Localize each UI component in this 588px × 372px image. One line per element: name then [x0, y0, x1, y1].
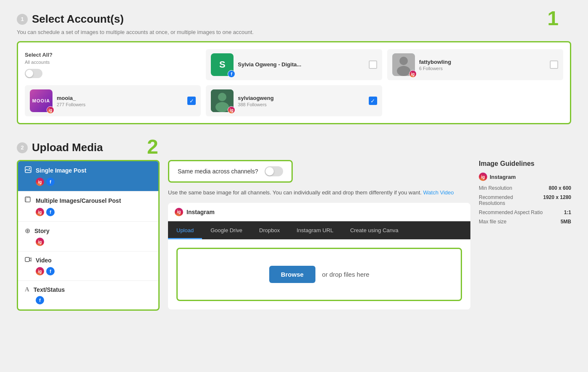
same-media-box: Same media across channels?	[168, 160, 293, 183]
instagram-header: ig Instagram	[168, 203, 470, 221]
account-name-fattybowling: fattybowling	[419, 59, 546, 65]
post-type-single-image[interactable]: Single Image Post ig f	[18, 161, 158, 191]
same-media-label: Same media across channels?	[178, 168, 258, 175]
account-followers-fattybowling: 6 Followers	[419, 66, 546, 71]
svg-point-5	[215, 102, 229, 112]
guidelines-row-2: Recommended Aspect Ratio 1:1	[479, 210, 571, 215]
story-icon: ⊕	[25, 227, 30, 235]
section2-layout: Single Image Post ig f Multiple Im	[17, 160, 571, 311]
drop-text: or drop files here	[322, 271, 370, 278]
checkbox-sylvia[interactable]	[369, 60, 377, 69]
toggle-knob	[26, 70, 33, 77]
tab-instagram-url[interactable]: Instagram URL	[288, 221, 341, 239]
post-type-text-status[interactable]: A Text/Status f	[18, 281, 158, 309]
step1-label: 1	[547, 8, 559, 29]
post-type-text-top: A Text/Status	[25, 286, 152, 293]
tab-create-canva[interactable]: Create using Canva	[342, 221, 407, 239]
account-info-mooia: mooia_ 277 Followers	[57, 95, 183, 107]
carousel-platforms: ig f	[36, 208, 152, 216]
section1-subtitle: You can schedule a set of images to mult…	[17, 29, 571, 35]
account-card-sylvia[interactable]: S f Sylvia Ogweng - Digita...	[206, 49, 382, 80]
platform-badge-fb: f	[228, 70, 235, 78]
select-all-toggle[interactable]	[25, 69, 42, 78]
step2-label: 2	[147, 137, 158, 157]
guidelines-table: Min Resolution 800 x 600 Recommended Res…	[479, 185, 571, 225]
instagram-label: Instagram	[186, 209, 215, 215]
tab-upload[interactable]: Upload	[168, 221, 202, 239]
tab-google-drive[interactable]: Google Drive	[202, 221, 251, 239]
same-media-toggle[interactable]	[265, 166, 283, 176]
story-platforms: ig	[36, 238, 152, 246]
svg-point-2	[397, 66, 410, 76]
checkbox-fattybowling[interactable]	[550, 60, 558, 69]
account-name-sylviaogweng: sylviaogweng	[238, 95, 364, 101]
guidelines-title: Image Guidelines	[479, 160, 571, 168]
carousel-ig-badge: ig	[36, 208, 44, 216]
svg-point-4	[218, 93, 226, 101]
account-followers-sylviaogweng: 388 Followers	[238, 102, 364, 107]
text-status-post-label: Text/Status	[34, 286, 65, 293]
guidelines-row-1: Recommended Resolutions 1920 x 1280	[479, 194, 571, 206]
text-status-icon: A	[25, 286, 29, 293]
post-type-video[interactable]: Video ig f	[18, 251, 158, 281]
post-type-carousel-top: Multiple Images/Carousel Post	[25, 196, 152, 205]
single-image-icon	[25, 166, 32, 175]
account-name-sylvia: Sylvia Ogweng - Digita...	[238, 61, 364, 68]
guidelines-ig-icon: ig	[479, 173, 487, 181]
account-followers-mooia: 277 Followers	[57, 102, 183, 107]
avatar-sylvia: S f	[211, 53, 234, 76]
select-all-label: Select All?	[25, 52, 201, 58]
account-card-fattybowling[interactable]: ig fattybowling 6 Followers	[387, 49, 563, 80]
watch-video-link[interactable]: Watch Video	[423, 189, 454, 196]
upload-tabs: Upload Google Drive Dropbox Instagram UR…	[168, 221, 470, 239]
post-type-story[interactable]: ⊕ Story ig	[18, 222, 158, 251]
instagram-upload-section: ig Instagram Upload Google Drive Dropbox	[168, 203, 470, 309]
instagram-icon: ig	[175, 208, 183, 216]
section2-header: 2 Upload Media	[17, 141, 571, 154]
single-image-post-label: Single Image Post	[36, 167, 87, 174]
text-status-platforms: f	[36, 296, 152, 304]
account-info-sylvia: Sylvia Ogweng - Digita...	[238, 61, 364, 68]
post-type-single-image-top: Single Image Post	[25, 166, 152, 175]
svg-rect-9	[26, 198, 30, 202]
section1-header: 1 Select Account(s)	[17, 13, 571, 26]
account-card-sylviaogweng[interactable]: ig sylviaogweng 388 Followers ✓	[206, 85, 382, 116]
step2-circle: 2	[17, 142, 28, 153]
select-all-sublabel: All accounts	[25, 60, 201, 65]
accounts-box: Select All? All accounts S f Sylvia Ogwe…	[17, 41, 571, 124]
video-post-label: Video	[36, 257, 52, 264]
platform-badge-ig-mooia: ig	[47, 106, 54, 114]
select-all-cell: Select All? All accounts	[25, 52, 201, 78]
account-info-sylviaogweng: sylviaogweng 388 Followers	[238, 95, 364, 107]
section2-title: Upload Media	[32, 141, 103, 154]
section2: 2 Upload Media 2 Single Image Pos	[17, 141, 571, 311]
guidelines-row-3: Max file size 5MB	[479, 219, 571, 225]
svg-rect-10	[25, 257, 29, 262]
platform-badge-ig: ig	[409, 70, 417, 78]
post-type-story-top: ⊕ Story	[25, 227, 152, 235]
ig-platform-badge: ig	[36, 178, 44, 186]
browse-button[interactable]: Browse	[269, 266, 315, 283]
avatar-fattybowling: ig	[392, 53, 415, 76]
upload-drop-area: Browse or drop files here	[176, 248, 462, 301]
fb-platform-badge: f	[46, 178, 55, 186]
checkbox-sylviaogweng[interactable]: ✓	[369, 97, 377, 105]
guidelines-panel: Image Guidelines ig Instagram Min Resolu…	[479, 160, 571, 228]
checkbox-mooia[interactable]: ✓	[187, 97, 196, 105]
right-panel: Same media across channels? Use the same…	[168, 160, 470, 309]
post-types-panel: Single Image Post ig f Multiple Im	[17, 160, 160, 311]
post-type-video-top: Video	[25, 257, 152, 264]
single-image-platforms: ig f	[36, 178, 152, 186]
post-type-carousel[interactable]: Multiple Images/Carousel Post ig f	[18, 191, 158, 222]
svg-point-1	[399, 57, 408, 65]
platform-badge-ig-sylviaogweng: ig	[228, 106, 235, 114]
account-card-mooia[interactable]: MOOIA ig mooia_ 277 Followers ✓	[25, 85, 201, 116]
story-ig-badge: ig	[36, 238, 44, 246]
account-name-mooia: mooia_	[57, 95, 183, 101]
same-media-description: Use the same base image for all channels…	[168, 189, 470, 197]
svg-point-7	[29, 168, 30, 169]
step1-circle: 1	[17, 14, 28, 25]
video-platforms: ig f	[36, 267, 152, 275]
account-info-fattybowling: fattybowling 6 Followers	[419, 59, 546, 71]
tab-dropbox[interactable]: Dropbox	[251, 221, 288, 239]
